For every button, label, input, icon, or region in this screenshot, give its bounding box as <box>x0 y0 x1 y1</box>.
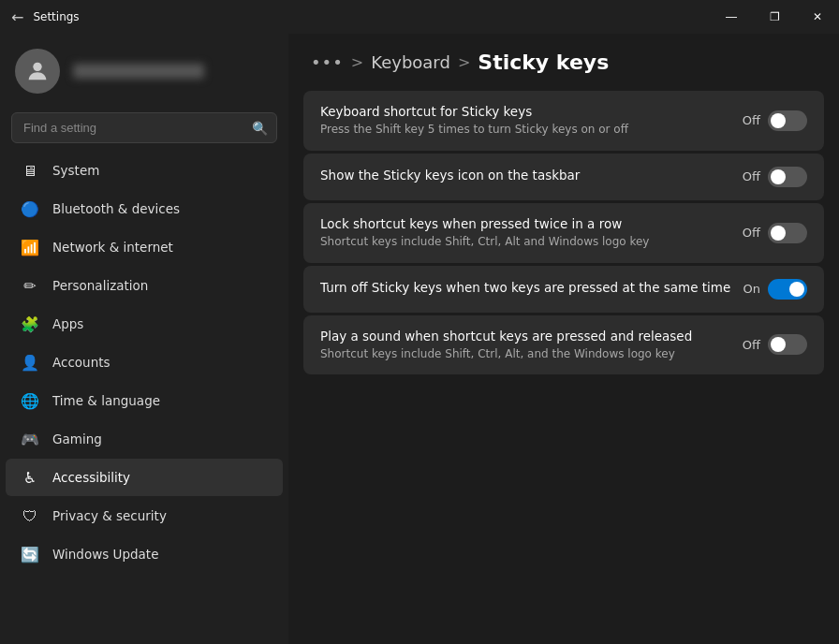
bluetooth-icon: 🔵 <box>21 199 39 218</box>
toggle-turn-off-two-keys[interactable] <box>768 279 807 300</box>
profile-name <box>73 64 204 79</box>
minimize-button[interactable]: — <box>710 0 753 34</box>
setting-desc-play-sound: Shortcut keys include Shift, Ctrl, Alt, … <box>320 346 731 362</box>
search-box: 🔍 <box>11 112 277 143</box>
accessibility-icon: ♿ <box>21 468 39 487</box>
toggle-thumb-show-icon <box>771 169 786 184</box>
setting-lock-shortcut: Lock shortcut keys when pressed twice in… <box>303 203 824 263</box>
setting-turn-off-two-keys: Turn off Sticky keys when two keys are p… <box>303 266 824 313</box>
sidebar-item-bluetooth[interactable]: 🔵 Bluetooth & devices <box>6 190 283 227</box>
sidebar-item-label-privacy: Privacy & security <box>52 508 167 523</box>
windowsupdate-icon: 🔄 <box>21 545 39 564</box>
toggle-label-turn-off-two-keys: On <box>743 282 760 296</box>
svg-point-0 <box>33 63 41 71</box>
app-body: 🔍 🖥 System 🔵 Bluetooth & devices 📶 Netwo… <box>0 34 839 644</box>
page-title: Sticky keys <box>478 51 609 74</box>
breadcrumb-sep-2: > <box>458 53 470 71</box>
setting-control-keyboard-shortcut: Off <box>743 110 807 131</box>
toggle-label-show-icon: Off <box>743 169 760 183</box>
sidebar-item-gaming[interactable]: 🎮 Gaming <box>6 420 283 458</box>
sidebar-item-accessibility[interactable]: ♿ Accessibility <box>6 459 283 496</box>
setting-title-play-sound: Play a sound when shortcut keys are pres… <box>320 329 731 344</box>
setting-text-lock-shortcut: Lock shortcut keys when pressed twice in… <box>320 216 731 250</box>
sidebar-item-accounts[interactable]: 👤 Accounts <box>6 344 283 381</box>
nav-list: 🖥 System 🔵 Bluetooth & devices 📶 Network… <box>0 151 288 574</box>
setting-control-turn-off-two-keys: On <box>743 279 807 300</box>
window-controls: — ❐ ✕ <box>710 0 839 34</box>
accounts-icon: 👤 <box>21 353 39 372</box>
toggle-play-sound[interactable] <box>768 334 807 355</box>
toggle-keyboard-shortcut[interactable] <box>768 110 807 131</box>
setting-show-icon: Show the Sticky keys icon on the taskbar… <box>303 154 824 200</box>
search-input[interactable] <box>11 112 277 143</box>
setting-title-show-icon: Show the Sticky keys icon on the taskbar <box>320 168 731 183</box>
app-title: Settings <box>33 10 79 23</box>
setting-control-play-sound: Off <box>743 334 807 355</box>
setting-text-keyboard-shortcut: Keyboard shortcut for Sticky keys Press … <box>320 104 731 138</box>
setting-desc-keyboard-shortcut: Press the Shift key 5 times to turn Stic… <box>320 122 731 138</box>
profile-area[interactable] <box>0 34 288 109</box>
privacy-icon: 🛡 <box>21 506 39 525</box>
toggle-thumb-lock-shortcut <box>771 226 786 241</box>
toggle-show-icon[interactable] <box>768 167 807 187</box>
sidebar-item-apps[interactable]: 🧩 Apps <box>6 305 283 343</box>
sidebar-item-network[interactable]: 📶 Network & internet <box>6 228 283 266</box>
apps-icon: 🧩 <box>21 315 39 333</box>
setting-control-lock-shortcut: Off <box>743 223 807 243</box>
network-icon: 📶 <box>21 238 39 256</box>
sidebar-item-label-accounts: Accounts <box>52 355 110 370</box>
setting-title-keyboard-shortcut: Keyboard shortcut for Sticky keys <box>320 104 731 119</box>
close-button[interactable]: ✕ <box>796 0 839 34</box>
sidebar: 🔍 🖥 System 🔵 Bluetooth & devices 📶 Netwo… <box>0 34 288 644</box>
personalization-icon: ✏️ <box>21 276 39 295</box>
setting-text-play-sound: Play a sound when shortcut keys are pres… <box>320 329 731 362</box>
sidebar-item-label-personalization: Personalization <box>52 278 148 293</box>
title-bar-left: ← Settings <box>11 8 80 26</box>
sidebar-item-label-system: System <box>52 163 99 178</box>
sidebar-item-label-network: Network & internet <box>52 240 173 255</box>
toggle-label-keyboard-shortcut: Off <box>743 113 760 127</box>
sidebar-item-label-gaming: Gaming <box>52 432 102 446</box>
toggle-label-play-sound: Off <box>743 338 760 352</box>
setting-title-turn-off-two-keys: Turn off Sticky keys when two keys are p… <box>320 280 732 295</box>
sidebar-item-system[interactable]: 🖥 System <box>6 152 283 189</box>
sidebar-item-windowsupdate[interactable]: 🔄 Windows Update <box>6 535 283 573</box>
breadcrumb-sep-1: > <box>351 53 363 71</box>
toggle-thumb-play-sound <box>771 337 786 352</box>
toggle-label-lock-shortcut: Off <box>743 226 760 240</box>
sidebar-item-time[interactable]: 🌐 Time & language <box>6 382 283 419</box>
toggle-thumb-keyboard-shortcut <box>771 113 786 128</box>
maximize-button[interactable]: ❐ <box>753 0 796 34</box>
gaming-icon: 🎮 <box>21 430 39 448</box>
toggle-thumb-turn-off-two-keys <box>789 282 804 297</box>
breadcrumb-dots[interactable]: ••• <box>311 52 344 72</box>
search-icon: 🔍 <box>252 121 268 136</box>
setting-desc-lock-shortcut: Shortcut keys include Shift, Ctrl, Alt a… <box>320 234 731 250</box>
back-icon[interactable]: ← <box>11 8 23 26</box>
sidebar-item-label-apps: Apps <box>52 316 83 331</box>
setting-title-lock-shortcut: Lock shortcut keys when pressed twice in… <box>320 216 731 231</box>
time-icon: 🌐 <box>21 391 39 410</box>
setting-text-show-icon: Show the Sticky keys icon on the taskbar <box>320 168 731 185</box>
breadcrumb-keyboard[interactable]: Keyboard <box>371 52 450 72</box>
sidebar-item-label-bluetooth: Bluetooth & devices <box>52 201 180 216</box>
setting-play-sound: Play a sound when shortcut keys are pres… <box>303 315 824 375</box>
content-area: ••• > Keyboard > Sticky keys Keyboard sh… <box>288 34 839 644</box>
setting-keyboard-shortcut: Keyboard shortcut for Sticky keys Press … <box>303 91 824 151</box>
toggle-lock-shortcut[interactable] <box>768 223 807 243</box>
settings-list: Keyboard shortcut for Sticky keys Press … <box>288 91 839 389</box>
sidebar-item-label-windowsupdate: Windows Update <box>52 547 158 562</box>
setting-text-turn-off-two-keys: Turn off Sticky keys when two keys are p… <box>320 280 732 298</box>
title-bar: ← Settings — ❐ ✕ <box>0 0 839 34</box>
avatar <box>15 49 60 94</box>
sidebar-item-label-time: Time & language <box>52 393 160 408</box>
content-header: ••• > Keyboard > Sticky keys <box>288 34 839 91</box>
setting-control-show-icon: Off <box>743 167 807 187</box>
system-icon: 🖥 <box>21 161 39 180</box>
sidebar-item-personalization[interactable]: ✏️ Personalization <box>6 267 283 304</box>
sidebar-item-privacy[interactable]: 🛡 Privacy & security <box>6 497 283 534</box>
sidebar-item-label-accessibility: Accessibility <box>52 470 130 485</box>
